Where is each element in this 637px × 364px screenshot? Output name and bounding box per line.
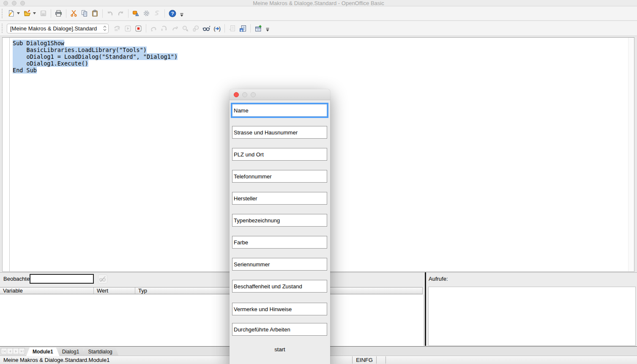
dialog-field-name[interactable]: Name [232, 104, 327, 117]
selected-code-text: End Sub [13, 67, 37, 74]
compile-icon [114, 25, 121, 32]
breakpoint-gutter[interactable] [3, 38, 10, 271]
toolbar-grip[interactable] [2, 24, 3, 33]
window-title: Meine Makros & Dialoge.Standard - OpenOf… [0, 0, 637, 6]
code-line[interactable]: BasicLibraries.LoadLibrary("Tools") [13, 47, 628, 53]
dialog-titlebar[interactable] [230, 89, 330, 100]
window-minimize-button[interactable] [12, 1, 16, 5]
insert-source-text-button[interactable] [227, 24, 237, 33]
step-out-button[interactable] [170, 24, 180, 33]
tab-dialog1[interactable]: Dialog1 [56, 348, 86, 356]
tab-module1[interactable]: Module1 [26, 348, 60, 356]
toolbar-separator [164, 9, 165, 18]
status-divider [376, 356, 377, 364]
open-folder-icon [24, 10, 31, 17]
objects-icon [132, 10, 139, 17]
save-source-as-button[interactable] [238, 24, 248, 33]
calls-panel: Aufrufe: [426, 272, 637, 346]
dialog-zoom-button[interactable] [251, 92, 256, 97]
stop-button[interactable] [134, 24, 143, 33]
editor-vertical-scrollbar[interactable] [628, 38, 634, 271]
single-step-button[interactable] [159, 24, 169, 33]
undo-button[interactable] [105, 8, 115, 18]
prev-tab-icon [8, 350, 12, 353]
dialog-field-vermerke-und-hinweise[interactable]: Vermerke und Hinweise [232, 303, 327, 315]
code-line[interactable]: oDialog1 = LoadDialog("Standard", "Dialo… [13, 53, 628, 60]
selected-code-text: oDialog1 = LoadDialog("Standard", "Dialo… [13, 53, 178, 60]
toolbar-overflow-icon [180, 13, 183, 17]
settings-button[interactable] [142, 8, 151, 18]
paste-button[interactable] [90, 8, 100, 18]
start-button[interactable]: start [230, 346, 330, 353]
insert-source-icon [229, 25, 236, 32]
tab-startdialog[interactable]: Startdialog [82, 348, 118, 356]
copy-button[interactable] [79, 8, 89, 18]
watch-list[interactable] [0, 295, 424, 346]
open-document-dropdown[interactable] [33, 9, 36, 18]
tab-nav-prev-button[interactable] [7, 348, 13, 354]
macro-runtime-dialog: NameStrasse und HausnummerPLZ und OrtTel… [230, 89, 330, 364]
watch-column-wert[interactable]: Wert [94, 287, 135, 294]
watch-glasses-icon [202, 25, 211, 32]
run-icon [124, 25, 131, 32]
save-button[interactable] [38, 8, 48, 18]
dialog-field-strasse-und-hausnummer[interactable]: Strasse und Hausnummer [232, 126, 327, 139]
breakpoint-button[interactable] [180, 24, 190, 33]
remove-watch-button[interactable] [98, 274, 107, 284]
dialog-field-seriennummer[interactable]: Seriennummer [232, 258, 327, 271]
window-zoom-button[interactable] [20, 1, 25, 5]
new-document-button[interactable] [6, 8, 16, 18]
selected-code-text: BasicLibraries.LoadLibrary("Tools") [13, 47, 147, 53]
toolbar-overflow-icon [266, 28, 269, 32]
add-module-icon [254, 25, 262, 32]
calls-list[interactable] [428, 287, 636, 346]
help-icon: ? [169, 10, 176, 17]
toolbar-overflow-button[interactable] [179, 9, 184, 18]
open-document-button[interactable] [22, 8, 32, 18]
objects-button[interactable] [131, 8, 141, 18]
dialog-field-farbe[interactable]: Farbe [232, 236, 327, 249]
save-source-icon [239, 25, 246, 32]
code-line[interactable]: End Sub [13, 67, 628, 74]
dialog-field-typenbezeichnung[interactable]: Typenbezeichnung [232, 214, 327, 227]
stop-icon [135, 25, 142, 32]
add-module-button[interactable] [253, 24, 263, 33]
dialog-close-button[interactable] [234, 92, 239, 97]
cut-button[interactable] [69, 8, 79, 18]
tab-nav-last-button[interactable] [19, 348, 25, 354]
help-button[interactable]: ? [167, 8, 177, 18]
print-icon [55, 10, 62, 17]
tab-nav-first-button[interactable] [1, 348, 7, 354]
dialog-field-durchgeführte-arbeiten[interactable]: Durchgeführte Arbeiten [232, 323, 327, 336]
print-button[interactable] [54, 8, 63, 18]
combo-stepper-icon [101, 24, 108, 33]
step-over-icon [150, 25, 157, 32]
toolbar-separator [102, 9, 103, 18]
dialog-field-hersteller[interactable]: Hersteller [232, 192, 327, 205]
macro-script-button[interactable] [152, 8, 162, 18]
dialog-field-telefonnummer[interactable]: Telefonnummer [232, 170, 327, 183]
toolbar-grip[interactable] [2, 9, 3, 18]
toolbar-overflow-button[interactable] [265, 24, 270, 33]
dialog-minimize-button[interactable] [242, 92, 247, 97]
find-parentheses-button[interactable]: ( ) [212, 24, 222, 33]
redo-button[interactable] [116, 8, 126, 18]
library-select[interactable]: [Meine Makros & Dialoge].Standard [7, 24, 109, 33]
run-button[interactable] [123, 24, 133, 33]
code-line[interactable]: oDialog1.Execute() [13, 60, 628, 67]
dialog-field-plz-und-ort[interactable]: PLZ und Ort [232, 148, 327, 161]
manage-breakpoints-icon [192, 25, 200, 32]
copy-icon [81, 10, 88, 17]
tab-nav-next-button[interactable] [13, 348, 19, 354]
manage-breakpoints-button[interactable] [191, 24, 201, 33]
watch-column-variable[interactable]: Variable [0, 287, 94, 294]
step-into-icon [161, 25, 168, 32]
procedure-step-button[interactable] [149, 24, 159, 33]
dialog-field-beschaffenheit-und-zustand[interactable]: Beschaffenheit und Zustand [232, 280, 327, 293]
watch-input[interactable] [30, 274, 94, 284]
new-document-dropdown[interactable] [16, 9, 20, 18]
window-close-button[interactable] [3, 1, 8, 5]
compile-button[interactable] [112, 24, 122, 33]
enable-watch-button[interactable] [202, 24, 211, 33]
code-line[interactable]: Sub Dialog1Show [13, 40, 628, 47]
